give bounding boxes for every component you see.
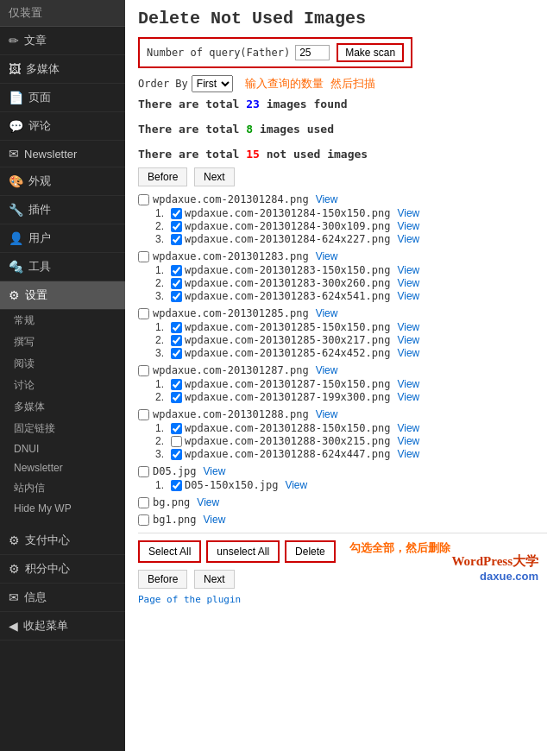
- parent-checkbox[interactable]: [138, 194, 149, 205]
- sidebar-sub-general[interactable]: 常规: [0, 310, 125, 331]
- parent-view-link[interactable]: View: [316, 193, 338, 205]
- sub-checkbox[interactable]: [171, 322, 182, 333]
- sub-view-link[interactable]: View: [397, 391, 419, 403]
- sub-checkbox[interactable]: [171, 221, 182, 232]
- image-sub-row: 3.wpdaxue.com-201301288-624x447.pngView: [155, 448, 547, 460]
- sub-checkbox[interactable]: [171, 423, 182, 434]
- sidebar-item-label: 收起菜单: [23, 618, 68, 634]
- sidebar-sub-read[interactable]: 阅读: [0, 353, 125, 375]
- image-parent-row: wpdaxue.com-201301283.pngView: [138, 250, 547, 262]
- parent-view-link[interactable]: View: [316, 408, 338, 420]
- image-group: wpdaxue.com-201301288.pngView1.wpdaxue.c…: [138, 408, 547, 460]
- query-input[interactable]: [295, 45, 330, 60]
- parent-view-link[interactable]: View: [204, 514, 226, 526]
- sidebar-item-tools[interactable]: 🔩 工具: [0, 253, 125, 281]
- sub-checkbox[interactable]: [171, 278, 182, 289]
- order-label: Order By: [138, 78, 188, 90]
- bottom-before-button[interactable]: Before: [138, 570, 187, 589]
- sidebar-sub-write[interactable]: 撰写: [0, 331, 125, 353]
- parent-checkbox[interactable]: [138, 466, 149, 477]
- bottom-next-button[interactable]: Next: [194, 570, 235, 589]
- sub-view-link[interactable]: View: [397, 435, 419, 447]
- sidebar-sub-permalink[interactable]: 固定链接: [0, 418, 125, 439]
- parent-checkbox[interactable]: [138, 409, 149, 420]
- sub-checkbox[interactable]: [171, 392, 182, 403]
- unselect-all-button[interactable]: unselect All: [206, 540, 280, 563]
- parent-checkbox[interactable]: [138, 497, 149, 508]
- sub-view-link[interactable]: View: [397, 264, 419, 276]
- sidebar-sub-dnui[interactable]: DNUI: [0, 439, 125, 458]
- sub-view-link[interactable]: View: [397, 422, 419, 434]
- sub-view-link[interactable]: View: [397, 334, 419, 346]
- sub-view-link[interactable]: View: [285, 479, 307, 491]
- sidebar-item-newsletter[interactable]: ✉ Newsletter: [0, 141, 125, 167]
- parent-view-link[interactable]: View: [316, 364, 338, 376]
- sub-checkbox[interactable]: [171, 208, 182, 219]
- sub-checkbox[interactable]: [171, 265, 182, 276]
- parent-view-link[interactable]: View: [204, 465, 226, 477]
- sub-view-link[interactable]: View: [397, 277, 419, 289]
- image-parent-row: bg1.pngView: [138, 514, 547, 526]
- sidebar-sub-media[interactable]: 多媒体: [0, 396, 125, 418]
- sidebar-item-pages[interactable]: 📄 页面: [0, 84, 125, 112]
- sub-checkbox[interactable]: [171, 449, 182, 460]
- sub-checkbox[interactable]: [171, 335, 182, 346]
- sub-checkbox[interactable]: [171, 234, 182, 245]
- sub-checkbox[interactable]: [171, 480, 182, 491]
- sidebar-item-collapse[interactable]: ◀ 收起菜单: [0, 612, 125, 641]
- sidebar-item-info[interactable]: ✉ 信息: [0, 584, 125, 612]
- sidebar-item-plugins[interactable]: 🔧 插件: [0, 196, 125, 224]
- parent-filename: bg1.png: [153, 514, 197, 526]
- parent-filename: wpdaxue.com-201301283.png: [153, 250, 309, 262]
- sub-checkbox[interactable]: [171, 379, 182, 390]
- parent-checkbox[interactable]: [138, 308, 149, 319]
- sidebar-item-label: 页面: [28, 90, 51, 105]
- tools-icon: 🔩: [9, 260, 23, 274]
- sub-num: 1.: [155, 378, 171, 390]
- parent-view-link[interactable]: View: [316, 307, 338, 319]
- sidebar-item-label: 设置: [25, 287, 47, 303]
- sidebar-sub-hidemywp[interactable]: Hide My WP: [0, 499, 125, 518]
- top-next-button[interactable]: Next: [194, 167, 235, 186]
- sidebar-item-payment[interactable]: ⚙ 支付中心: [0, 527, 125, 555]
- sub-view-link[interactable]: View: [397, 378, 419, 390]
- sidebar-sub-inbox[interactable]: 站内信: [0, 477, 125, 499]
- sidebar-sub-discuss[interactable]: 讨论: [0, 375, 125, 396]
- sub-filename: wpdaxue.com-201301284-300x109.png: [185, 220, 390, 232]
- image-sub-row: 2.wpdaxue.com-201301288-300x215.pngView: [155, 435, 547, 447]
- parent-view-link[interactable]: View: [316, 250, 338, 262]
- sub-checkbox[interactable]: [171, 291, 182, 302]
- scan-button[interactable]: Make scan: [337, 43, 404, 62]
- sidebar-sub-newsletter[interactable]: Newsletter: [0, 458, 125, 477]
- order-select[interactable]: First: [192, 75, 233, 92]
- sub-view-link[interactable]: View: [397, 207, 419, 219]
- plugin-page-link[interactable]: Page of the plugin: [138, 594, 241, 605]
- sidebar-item-articles[interactable]: ✏ 文章: [0, 27, 125, 55]
- sub-view-link[interactable]: View: [397, 233, 419, 245]
- delete-button[interactable]: Delete: [285, 540, 336, 563]
- parent-view-link[interactable]: View: [197, 496, 219, 508]
- sidebar-item-label: 工具: [28, 259, 51, 275]
- sidebar-item-media[interactable]: 🖼 多媒体: [0, 55, 125, 84]
- top-nav-btns: Before Next: [138, 167, 547, 186]
- parent-checkbox[interactable]: [138, 251, 149, 262]
- sidebar-item-settings[interactable]: ⚙ 设置: [0, 281, 125, 310]
- sub-view-link[interactable]: View: [397, 448, 419, 460]
- top-before-button[interactable]: Before: [138, 167, 187, 186]
- sidebar-item-points[interactable]: ⚙ 积分中心: [0, 555, 125, 584]
- sub-view-link[interactable]: View: [397, 321, 419, 333]
- sidebar-item-comments[interactable]: 💬 评论: [0, 112, 125, 141]
- sub-view-link[interactable]: View: [397, 220, 419, 232]
- main-content: Delete Not Used Images Number of query(F…: [125, 0, 560, 751]
- sub-view-link[interactable]: View: [397, 347, 419, 359]
- sub-checkbox[interactable]: [171, 348, 182, 359]
- sidebar-item-users[interactable]: 👤 用户: [0, 224, 125, 253]
- sub-view-link[interactable]: View: [397, 290, 419, 302]
- sub-checkbox[interactable]: [171, 436, 182, 447]
- parent-checkbox[interactable]: [138, 365, 149, 376]
- sub-num: 3.: [155, 347, 171, 359]
- parent-checkbox[interactable]: [138, 514, 149, 526]
- image-group: bg.pngView: [138, 496, 547, 508]
- select-all-button[interactable]: Select All: [138, 540, 201, 563]
- sidebar-item-appearance[interactable]: 🎨 外观: [0, 167, 125, 196]
